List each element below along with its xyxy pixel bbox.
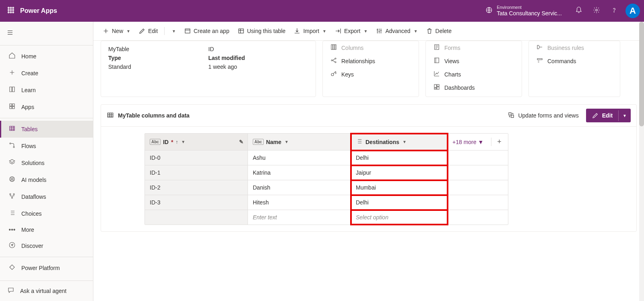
sidebar-item-choices[interactable]: Choices [0, 205, 93, 222]
cell-destination[interactable]: Jaipur [351, 165, 448, 180]
sidebar-item-label: Home [21, 53, 36, 60]
add-column-button[interactable]: + [491, 138, 503, 146]
forms-link[interactable]: Forms [433, 43, 514, 52]
sidebar-item-learn[interactable]: Learn [0, 82, 93, 99]
svg-rect-36 [437, 85, 439, 87]
business-rules-link[interactable]: Business rules [536, 43, 613, 52]
cell-id[interactable]: ID-1 [145, 165, 248, 180]
cell-more [448, 180, 508, 195]
relationships-link[interactable]: Relationships [330, 57, 411, 65]
help-icon[interactable] [605, 6, 623, 16]
chevron-down-icon: ▼ [172, 29, 176, 33]
chevron-down-icon: ▼ [181, 140, 185, 144]
update-forms-label: Update forms and views [518, 112, 578, 119]
chevron-down-icon: ▼ [285, 140, 289, 144]
svg-point-3 [8, 9, 9, 10]
edit-primary-button[interactable]: Edit ▼ [586, 109, 631, 122]
chevron-down-icon: ▼ [322, 29, 326, 33]
sidebar-item-more[interactable]: ••• More [0, 222, 93, 237]
scrollbar-thumb[interactable] [639, 22, 644, 126]
keys-link[interactable]: Keys [330, 70, 411, 78]
svg-rect-27 [333, 45, 335, 49]
svg-point-29 [331, 60, 332, 61]
sidebar-item-power-platform[interactable]: Power Platform [0, 260, 93, 276]
sidebar-item-label: Discover [21, 243, 43, 249]
settings-icon[interactable] [588, 6, 605, 16]
sidebar-item-home[interactable]: Home [0, 48, 93, 65]
cell-id[interactable]: ID-0 [145, 150, 248, 165]
environment-selector[interactable]: Environment Tata Consultancy Servic... [485, 5, 562, 17]
sidebar-item-ai-models[interactable]: AI models [0, 171, 93, 188]
ask-virtual-agent[interactable]: Ask a virtual agent [0, 280, 93, 301]
columns-link[interactable]: Columns [330, 43, 411, 52]
new-button[interactable]: New ▼ [99, 25, 134, 37]
svg-rect-40 [107, 113, 113, 117]
form-update-icon [508, 111, 515, 120]
import-button[interactable]: Import ▼ [290, 25, 330, 37]
app-header: Power Apps Environment Tata Consultancy … [0, 0, 644, 22]
content: New ▼ Edit ▼ Create an app Using this ta… [93, 22, 644, 301]
user-avatar[interactable]: A [625, 4, 640, 18]
notifications-icon[interactable] [570, 6, 588, 16]
cell-id[interactable]: ID-3 [145, 195, 248, 210]
sidebar-item-tables[interactable]: Tables [0, 121, 93, 138]
cell-name[interactable]: Danish [248, 180, 351, 195]
svg-point-5 [12, 9, 14, 10]
more-columns-link[interactable]: +18 more ▼ [452, 139, 483, 145]
meta-id-label: ID [208, 46, 309, 52]
chevron-down-icon: ▼ [478, 139, 484, 145]
column-header-id[interactable]: Abc ID * ↑ ▼ ✎ [145, 134, 248, 150]
using-table-button[interactable]: Using this table [234, 25, 289, 37]
views-link[interactable]: Views [433, 57, 514, 65]
new-row-destination[interactable]: Select option [351, 210, 448, 225]
svg-point-30 [335, 58, 336, 59]
sidebar-item-label: Apps [21, 104, 34, 110]
chevron-down-icon: ▼ [414, 29, 418, 33]
cell-name[interactable]: Ashu [248, 150, 351, 165]
sidebar-item-apps[interactable]: Apps [0, 99, 93, 115]
cell-name[interactable]: Hitesh [248, 195, 351, 210]
charts-link[interactable]: Charts [433, 70, 514, 78]
edit-dropdown[interactable]: ▼ [168, 27, 179, 36]
cell-destination[interactable]: Delhi [351, 195, 448, 210]
svg-rect-14 [10, 107, 12, 109]
cell-name[interactable]: Katrina [248, 165, 351, 180]
svg-point-17 [10, 143, 11, 144]
svg-rect-35 [434, 85, 436, 88]
vertical-scrollbar[interactable] [639, 22, 644, 301]
hamburger-icon[interactable] [0, 25, 93, 42]
dashboards-link[interactable]: Dashboards [433, 83, 514, 92]
column-header-destinations[interactable]: Destinations ▼ [351, 134, 448, 150]
new-label: New [112, 28, 123, 34]
cell-id[interactable]: ID-2 [145, 180, 248, 195]
import-label: Import [303, 28, 319, 34]
sidebar-item-dataflows[interactable]: Dataflows [0, 188, 93, 205]
sidebar-item-flows[interactable]: Flows [0, 138, 93, 155]
edit-button[interactable]: Edit [135, 25, 161, 37]
new-row-name[interactable]: Enter text [248, 210, 351, 225]
col-id-label: ID [163, 139, 169, 145]
advanced-button[interactable]: Advanced ▼ [372, 25, 421, 37]
sidebar-item-label: Solutions [21, 160, 45, 166]
create-app-label: Create an app [194, 28, 229, 34]
commands-link[interactable]: Commands [536, 57, 613, 65]
sidebar-item-create[interactable]: Create [0, 65, 93, 82]
export-button[interactable]: Export ▼ [331, 25, 371, 37]
edit-column-icon[interactable]: ✎ [239, 139, 244, 145]
sidebar-item-discover[interactable]: Discover [0, 237, 93, 254]
update-forms-views-button[interactable]: Update forms and views [504, 109, 582, 122]
delete-button[interactable]: Delete [423, 25, 455, 37]
edit-dropdown-chevron[interactable]: ▼ [618, 110, 631, 121]
svg-point-0 [8, 7, 9, 8]
new-row-id[interactable] [145, 210, 248, 225]
ask-agent-label: Ask a virtual agent [20, 288, 66, 294]
waffle-icon[interactable] [4, 6, 18, 15]
create-app-button[interactable]: Create an app [181, 25, 233, 37]
column-header-name[interactable]: Abc Name ▼ [248, 134, 351, 150]
sidebar-item-solutions[interactable]: Solutions [0, 155, 93, 171]
svg-rect-15 [12, 107, 14, 109]
cell-destination[interactable]: Delhi [351, 150, 448, 165]
keys-label: Keys [341, 71, 354, 78]
data-grid: Abc ID * ↑ ▼ ✎ Abc Name ▼ [144, 133, 508, 225]
cell-destination[interactable]: Mumbai [351, 180, 448, 195]
